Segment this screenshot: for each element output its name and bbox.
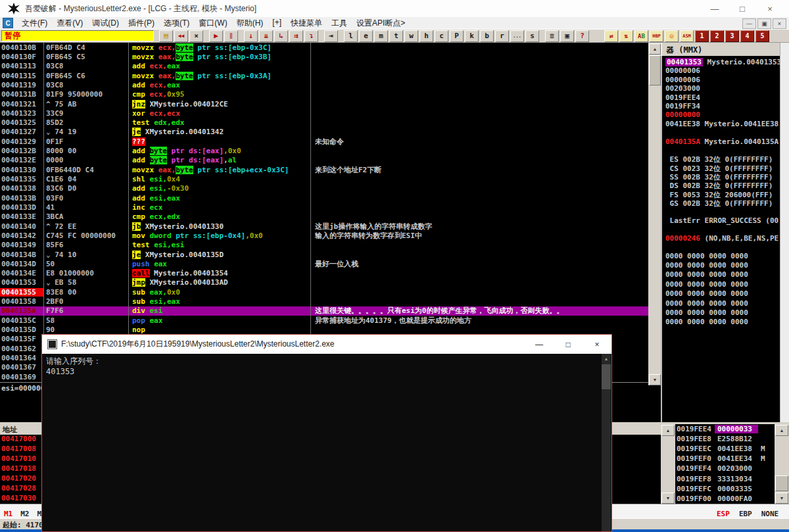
disasm-row[interactable]: 00401327⌄ 74 19je XMysterio.00401342	[0, 128, 648, 137]
scroll-down-icon[interactable]: ▼	[649, 374, 661, 385]
mdi-minimize-button[interactable]: —	[742, 18, 756, 29]
animate-over-button[interactable]: ⇉	[289, 30, 303, 42]
register-row[interactable]: 0000 0000 0000 0000	[662, 252, 780, 261]
stack-row[interactable]: 0019FEEC0041EE38M	[675, 444, 775, 454]
stack-row[interactable]: 0019FEE8E2588B12	[675, 434, 775, 444]
dump-tab-m2[interactable]: M2	[20, 510, 29, 518]
desktop-2-button[interactable]: 2	[710, 30, 724, 42]
register-row[interactable]: LastErr ERROR_SUCCESS (00	[662, 216, 780, 225]
disasm-scrollbar[interactable]: ▲ ▼	[648, 43, 661, 385]
disasm-row[interactable]: 0040135583E8 00sub eax,0x0	[0, 287, 648, 297]
register-row[interactable]: ES 002B 32位 0(FFFFFFFF)	[662, 155, 780, 163]
help-button[interactable]: ?	[575, 30, 589, 42]
step-over-button[interactable]: ⇊	[259, 30, 273, 42]
patches-window-button[interactable]: P	[450, 30, 464, 42]
register-row[interactable]: 00000246 (NO,NB,E,BE,NS,PE	[662, 234, 780, 243]
disasm-row[interactable]: 0040134D50push eax最好一位入栈	[0, 259, 648, 268]
log-window-button[interactable]: l	[344, 30, 358, 42]
close-program-button[interactable]: ×	[189, 30, 203, 42]
menu-item[interactable]: 插件(P)	[124, 18, 159, 29]
disasm-row[interactable]: 004013300FB6440D C4movzx eax,byte ptr ss…	[0, 165, 648, 174]
disasm-row[interactable]: 00401340^ 72 EEjb XMysterio.00401330这里jb…	[0, 222, 648, 231]
disasm-row[interactable]: 0040133E3BCAcmp ecx,edx	[0, 212, 648, 222]
executables-window-button[interactable]: e	[359, 30, 373, 42]
desktop-4-button[interactable]: 4	[740, 30, 754, 42]
register-row[interactable]: GS 002B 32位 0(FFFFFFFF)	[662, 199, 780, 207]
mdi-close-button[interactable]: ×	[773, 18, 786, 29]
register-row[interactable]	[662, 208, 780, 216]
stack-scrollbar[interactable]: ▲ ▼	[775, 424, 789, 504]
register-row[interactable]: 0040135A Mysterio.0040135A	[662, 137, 780, 146]
close-button[interactable]: ×	[756, 0, 784, 17]
run-to-return-button[interactable]: ↴	[304, 30, 318, 42]
console-window[interactable]: F:\study\CTF\2019年6月10日195919\Mysterious…	[41, 334, 612, 532]
plugin-updown-button[interactable]: ⇅	[619, 30, 633, 42]
console-output[interactable]: 请输入序列号：401353	[43, 354, 602, 531]
go-to-button[interactable]: ⇥	[324, 30, 338, 42]
disasm-row[interactable]: 0040132E0000add byte ptr ds:[eax],al	[0, 156, 648, 165]
cpu-window-button[interactable]: c	[435, 30, 448, 42]
register-row[interactable]: CS 0023 32位 0(FFFFFFFF)	[662, 164, 780, 172]
menu-item[interactable]: 选项(T)	[159, 18, 194, 29]
plugin-hbp-button[interactable]: HBP	[650, 30, 663, 42]
memory-window-button[interactable]: m	[374, 30, 388, 42]
disasm-row[interactable]: 0040130B0FB64D C4movzx ecx,byte ptr ss:[…	[0, 43, 648, 52]
menu-item[interactable]: 调试(D)	[87, 18, 124, 29]
register-row[interactable]: 0000 0000 0000 0000	[662, 289, 780, 299]
source-window-button[interactable]: s	[525, 30, 539, 42]
console-title-bar[interactable]: F:\study\CTF\2019年6月10日195919\Mysterious…	[42, 335, 611, 354]
console-scrollbar[interactable]: ▲	[602, 354, 611, 531]
stack-row[interactable]: 0019FEF400203000	[675, 464, 775, 473]
disasm-row[interactable]: 004013290F1F???未知命令	[0, 137, 648, 146]
disasm-row[interactable]: 0040131303C8add ecx,eax	[0, 62, 648, 71]
disasm-row[interactable]: 00401353⌄ EB 58jmp XMysterio.004013AD	[0, 278, 648, 287]
desktop-3-button[interactable]: 3	[725, 30, 739, 42]
disasm-row[interactable]: 00401335C1E6 04shl esi,0x4	[0, 174, 648, 183]
disasm-row[interactable]: 0040133D41inc ecx	[0, 203, 648, 212]
register-row[interactable]: 0000 0000 0000 0000	[662, 270, 780, 279]
scroll-down-icon[interactable]: ▼	[661, 493, 675, 504]
stack-row[interactable]: 0019FEFC00003335	[675, 484, 775, 494]
plugin-swap-button[interactable]: ⇄	[604, 30, 618, 42]
menu-item[interactable]: 快捷菜单	[286, 18, 327, 29]
menu-item[interactable]: 工具	[327, 18, 352, 29]
disasm-row[interactable]: 0040131B81F9 95000000cmp ecx,0x95	[0, 90, 648, 99]
menu-item[interactable]: 文件(F)	[17, 18, 52, 29]
plugin-target-button[interactable]: ◎	[665, 30, 679, 42]
stack-row[interactable]: 0019FEF00041EE34M	[675, 454, 775, 464]
stack-row[interactable]: 0019FEE400000033	[675, 424, 775, 434]
scroll-down-icon[interactable]: ▼	[775, 493, 788, 504]
handles-window-button[interactable]: h	[419, 30, 433, 42]
disasm-row[interactable]: 0040132585D2test edx,edx	[0, 118, 648, 128]
restart-button[interactable]: ◀◀	[174, 30, 188, 42]
scroll-up-icon[interactable]: ▲	[602, 354, 611, 363]
threads-window-button[interactable]: t	[389, 30, 403, 42]
register-row[interactable]: 00000000	[662, 110, 780, 119]
register-row[interactable]	[662, 146, 780, 155]
register-row[interactable]	[662, 128, 780, 137]
menu-item[interactable]: [+]	[268, 18, 286, 29]
mdi-restore-button[interactable]: ▣	[757, 18, 771, 29]
disasm-row[interactable]: 0040135D90nop	[0, 325, 648, 334]
stack-mode-ebp[interactable]: EBP	[739, 510, 752, 518]
scroll-up-icon[interactable]: ▲	[661, 425, 675, 436]
console-minimize-button[interactable]: —	[525, 335, 554, 354]
register-row[interactable]: 00203000	[662, 84, 780, 93]
register-row[interactable]: 00000006	[662, 76, 780, 84]
scroll-up-icon[interactable]: ▲	[649, 43, 661, 55]
disasm-row[interactable]: 004013582BF0sub esi,eax	[0, 297, 648, 306]
maximize-button[interactable]: □	[729, 0, 756, 17]
register-row[interactable]: 0000 0000 0000 0000	[662, 299, 780, 308]
disasm-row[interactable]: 00401342C745 FC 00000000mov dword ptr ss…	[0, 231, 648, 240]
stack-mode-none[interactable]: NONE	[761, 510, 779, 518]
disasm-row[interactable]: 004013150FB645 C6movzx eax,byte ptr ss:[…	[0, 71, 648, 80]
scroll-thumb[interactable]	[649, 55, 661, 85]
step-into-button[interactable]: ↓	[244, 30, 258, 42]
register-row[interactable]: 0019FEE4	[662, 93, 780, 102]
console-close-button[interactable]: ×	[583, 335, 611, 354]
register-row[interactable]: 0000 0000 0000 0000	[662, 280, 780, 289]
dump-tab-m1[interactable]: M1	[4, 510, 12, 518]
scroll-up-icon[interactable]: ▲	[775, 425, 788, 436]
register-row[interactable]: SS 002B 32位 0(FFFFFFFF)	[662, 172, 780, 181]
disasm-row[interactable]: 0040131903C8add ecx,eax	[0, 80, 648, 89]
